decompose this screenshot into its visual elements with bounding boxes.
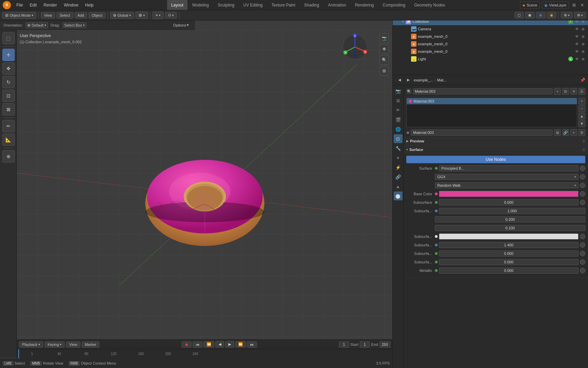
prop-metallic-link[interactable] xyxy=(580,268,585,273)
mat-delete-btn[interactable]: ✕ xyxy=(570,88,577,95)
scene-selector[interactable]: ● Scene xyxy=(520,1,540,9)
vr-toggle-view[interactable]: ⊞ xyxy=(379,66,389,76)
start-frame-display[interactable]: 1 xyxy=(360,341,370,348)
use-nodes-btn[interactable]: Use Nodes xyxy=(406,156,585,163)
viewport-shading-solid[interactable]: ◉ xyxy=(525,12,535,18)
expand-btn[interactable]: ⊞ xyxy=(571,3,577,7)
skip-start-btn[interactable]: ⏮ xyxy=(193,341,202,348)
viewport-shading-material[interactable]: ◉ xyxy=(536,12,545,18)
tab-layout[interactable]: Layout xyxy=(167,0,187,10)
prop-subsurfa2-link[interactable] xyxy=(580,234,585,239)
props-data-icon[interactable]: ▲ xyxy=(394,182,403,191)
prop-surface-link[interactable] xyxy=(580,166,585,171)
mat-add-slot-btn[interactable]: + xyxy=(578,98,585,105)
tab-animation[interactable]: Animation xyxy=(324,0,350,10)
playback-menu[interactable]: Playback ▾ xyxy=(19,341,43,348)
snap-toggle[interactable]: ⌖ ▾ xyxy=(152,12,164,19)
breadcrumb-mat[interactable]: Mat... xyxy=(437,78,447,82)
base-color-swatch[interactable] xyxy=(439,191,578,197)
drag-select[interactable]: Select Box ▾ xyxy=(63,22,87,28)
distribution-dropdown[interactable]: GGX ▾ xyxy=(435,174,578,180)
options-btn[interactable]: Options ▾ xyxy=(170,22,192,28)
viewport-shading-wire[interactable]: ◻ xyxy=(514,12,524,18)
view-menu[interactable]: View xyxy=(41,12,55,18)
prop-metallic-val[interactable]: 0.000 xyxy=(439,267,578,274)
tab-shading[interactable]: Shading xyxy=(300,0,323,10)
prop-subsurface-value[interactable]: 0.000 xyxy=(439,199,578,205)
tab-rendering[interactable]: Rendering xyxy=(351,0,378,10)
vr-zoom[interactable]: 🔍 xyxy=(379,55,389,65)
props-object-icon[interactable]: ⊡ xyxy=(394,134,403,143)
keying-menu[interactable]: Keying ▾ xyxy=(45,341,65,348)
prop-subsurfa3-link[interactable] xyxy=(580,242,585,248)
ol-hide-cam[interactable]: ⊕ xyxy=(581,27,585,31)
prop-subsurfa-val1[interactable]: 1.000 xyxy=(439,208,585,214)
props-render-icon[interactable]: 📷 xyxy=(394,87,403,95)
viewport-gizmo[interactable]: Z X Y xyxy=(341,33,369,61)
ol-mesh-1[interactable]: ▸ ▲ example_mesh_0 👁 ⊕ xyxy=(393,40,588,48)
viewport-overlays[interactable]: ⊕ ▾ xyxy=(561,12,573,18)
record-btn[interactable]: ⏺ xyxy=(182,341,192,348)
prop-ss-method-link[interactable] xyxy=(580,183,585,188)
props-scene-icon[interactable]: 🎬 xyxy=(394,115,403,124)
tool-add-object[interactable]: ⊕ xyxy=(2,150,15,163)
props-particles-icon[interactable]: ✦ xyxy=(394,153,403,162)
ol-light[interactable]: ▸ 💡 Light ● 👁 ⊕ xyxy=(393,55,588,63)
prop-dist-link[interactable] xyxy=(580,174,585,180)
prop-subsurfa5-link[interactable] xyxy=(580,259,585,265)
orientation-select[interactable]: ⊕ Default ▾ xyxy=(26,22,48,28)
mat-copy-btn[interactable]: ⧉ xyxy=(562,88,569,95)
tool-rotate[interactable]: ↻ xyxy=(2,76,15,88)
subsurface-method-dropdown[interactable]: Random Walk ▾ xyxy=(435,182,578,188)
ol-hide-m2[interactable]: ⊕ xyxy=(581,49,585,54)
mat-new-mat-btn[interactable]: + xyxy=(570,129,577,136)
skip-end-btn[interactable]: ⏭ xyxy=(247,341,257,348)
props-modifier-icon[interactable]: 🔧 xyxy=(394,144,403,153)
tool-annotate[interactable]: ✏ xyxy=(2,120,15,132)
prop-surface-value[interactable]: Principled B... xyxy=(439,165,578,171)
mat-link-btn[interactable]: 🔗 xyxy=(562,129,569,136)
mat-remove-slot-btn[interactable]: − xyxy=(578,105,585,112)
prop-subsurfa4-val[interactable]: 0.000 xyxy=(439,250,578,257)
prop-subsurfa4-link[interactable] xyxy=(580,251,585,256)
props-pin-btn[interactable]: 📌 xyxy=(580,78,585,82)
mat-expand-btn[interactable]: ⊞ xyxy=(554,129,561,136)
tab-compositing[interactable]: Compositing xyxy=(379,0,410,10)
props-material-icon[interactable]: ⬤ xyxy=(394,191,403,200)
props-back-btn[interactable]: ◀ xyxy=(395,76,404,84)
prop-subsurfa5-val[interactable]: 0.000 xyxy=(439,259,578,265)
tool-cursor[interactable]: ✛ xyxy=(2,49,15,61)
mat-field[interactable]: Material.003 xyxy=(411,129,553,136)
mat-slot-down-btn[interactable]: ▼ xyxy=(578,120,585,127)
play-btn[interactable]: ▶ xyxy=(225,341,234,348)
surface-header[interactable]: ▾ Surface ☰ xyxy=(404,145,588,154)
viewport-3d[interactable]: User Perspective (1) Collection | exampl… xyxy=(17,30,392,358)
end-frame-display[interactable]: 250 xyxy=(379,341,390,348)
ol-light-indicator[interactable]: ● xyxy=(568,57,573,61)
mat-new-btn[interactable]: + xyxy=(554,88,561,95)
prop-subsurfa3-val[interactable]: 1.400 xyxy=(439,242,578,248)
mat-settings-btn[interactable]: ⚙ xyxy=(578,129,585,136)
close-btn[interactable]: ✕ xyxy=(579,3,585,7)
prop-subsurfa-val2[interactable]: 0.200 xyxy=(435,216,585,223)
ol-vis-light[interactable]: 👁 xyxy=(574,57,579,61)
ol-mesh-0[interactable]: ▸ ▲ example_mesh_0 👁 ⊕ xyxy=(393,33,588,40)
tab-sculpting[interactable]: Sculpting xyxy=(214,0,239,10)
props-view-icon[interactable]: 👁 xyxy=(394,106,403,114)
menu-help[interactable]: Help xyxy=(82,2,96,8)
proportional-toggle[interactable]: ⊙ ▾ xyxy=(165,12,177,18)
mat-slot-up-btn[interactable]: ▲ xyxy=(578,113,585,120)
tab-texture-paint[interactable]: Texture Paint xyxy=(267,0,299,10)
tab-uv-editing[interactable]: UV Editing xyxy=(239,0,267,10)
ol-vis-m1[interactable]: 👁 xyxy=(574,42,579,46)
props-physics-icon[interactable]: ⚡ xyxy=(394,163,403,172)
ol-vis-m0[interactable]: 👁 xyxy=(574,34,579,39)
prev-frame-btn[interactable]: ⏪ xyxy=(203,341,214,348)
ol-camera[interactable]: ▸ 📷 Camera 👁 ⊕ xyxy=(393,25,588,33)
menu-render[interactable]: Render xyxy=(41,2,60,8)
ol-vis-m2[interactable]: 👁 xyxy=(574,49,579,54)
surface-menu-icon[interactable]: ☰ xyxy=(582,148,585,152)
marker-menu[interactable]: Marker xyxy=(82,341,99,348)
gizmo-toggle[interactable]: ⊕ ▾ xyxy=(574,12,586,18)
play-reverse-btn[interactable]: ◀ xyxy=(215,341,224,348)
